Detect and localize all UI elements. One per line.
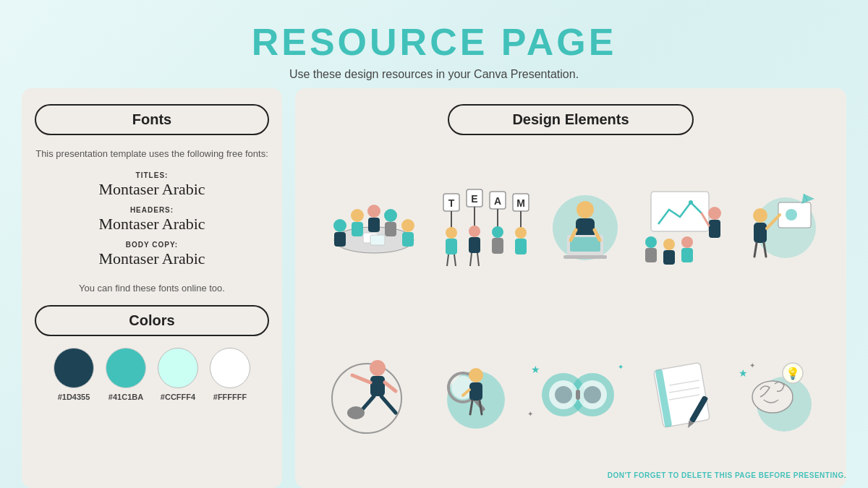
- svg-point-67: [370, 360, 386, 376]
- illustration-team: T E A M: [440, 188, 534, 267]
- svg-point-9: [401, 219, 414, 232]
- svg-point-101: [752, 381, 793, 413]
- illustration-telescope: ★ ✦ ✦: [524, 355, 632, 435]
- svg-text:✦: ✦: [618, 363, 624, 371]
- svg-rect-89: [576, 390, 580, 400]
- illustration-presentation: [637, 188, 731, 267]
- illustration-meeting: [320, 188, 428, 267]
- font-label-body: BODY COPY:: [35, 241, 269, 249]
- svg-point-52: [663, 239, 675, 250]
- font-label-headers: HEADERS:: [35, 206, 269, 214]
- svg-text:💡: 💡: [786, 367, 800, 380]
- illustration-pointer: [742, 188, 822, 267]
- illustrations-grid: T E A M: [312, 150, 829, 472]
- right-panel: Design Elements: [295, 88, 846, 488]
- font-label-titles: TITLES:: [35, 171, 269, 179]
- svg-point-54: [681, 236, 693, 248]
- footer-note: DON'T FORGET TO DELETE THIS PAGE BEFORE …: [608, 471, 846, 479]
- illustration-jumping: [327, 355, 421, 435]
- main-content: Fonts This presentation template uses th…: [0, 88, 868, 488]
- page-title: RESOURCE PAGE: [252, 20, 617, 64]
- illustration-notebook: [644, 355, 723, 435]
- svg-point-58: [786, 209, 797, 221]
- colors-header: Colors: [35, 305, 269, 336]
- color-hex-2: #41C1BA: [109, 393, 143, 401]
- svg-point-88: [584, 386, 601, 403]
- svg-line-34: [454, 254, 456, 266]
- svg-text:M: M: [516, 197, 525, 209]
- svg-rect-2: [334, 232, 346, 247]
- svg-point-7: [384, 209, 397, 222]
- swatch-white: #FFFFFF: [210, 348, 250, 401]
- svg-text:★: ★: [531, 364, 540, 375]
- svg-point-5: [367, 205, 380, 218]
- font-name-body: Montaser Arabic: [35, 249, 269, 268]
- svg-line-72: [381, 396, 396, 413]
- svg-rect-55: [681, 248, 693, 262]
- svg-line-69: [352, 375, 370, 382]
- svg-point-3: [351, 209, 364, 222]
- svg-point-27: [469, 226, 480, 237]
- illustrations-row-2: ★ ✦ ✦: [312, 317, 829, 472]
- page-subtitle: Use these design resources in your Canva…: [252, 68, 617, 81]
- svg-rect-60: [754, 223, 767, 243]
- svg-rect-4: [352, 222, 363, 236]
- svg-point-73: [347, 406, 365, 419]
- svg-point-78: [469, 368, 483, 382]
- svg-rect-10: [402, 232, 414, 247]
- color-hex-1: #1D4355: [58, 393, 90, 401]
- svg-text:T: T: [448, 197, 455, 209]
- svg-text:A: A: [494, 195, 501, 207]
- svg-point-38: [576, 201, 594, 218]
- illustration-magnify: [433, 355, 512, 435]
- fonts-header: Fonts: [35, 104, 269, 135]
- svg-rect-42: [563, 255, 607, 259]
- svg-line-70: [385, 382, 396, 391]
- font-name-titles: Montaser Arabic: [35, 180, 269, 199]
- swatch-light-teal: #CCFFF4: [158, 348, 198, 401]
- svg-text:★: ★: [739, 367, 748, 379]
- svg-text:✦: ✦: [527, 410, 533, 418]
- svg-point-46: [689, 200, 693, 205]
- page-header: RESOURCE PAGE Use these design resources…: [252, 0, 617, 81]
- svg-point-47: [708, 207, 721, 220]
- svg-point-86: [555, 386, 572, 403]
- fonts-intro: This presentation template uses the foll…: [35, 147, 269, 161]
- color-hex-4: #FFFFFF: [213, 393, 247, 401]
- svg-point-59: [753, 208, 767, 223]
- illustration-laptop: [545, 188, 625, 267]
- font-name-headers: Montaser Arabic: [35, 215, 269, 234]
- svg-rect-53: [663, 250, 675, 265]
- svg-line-62: [754, 243, 757, 257]
- svg-point-50: [645, 236, 657, 248]
- color-hex-3: #CCFFF4: [161, 393, 195, 401]
- color-circle-1: [54, 348, 94, 388]
- illustration-brain: 💡 ★ ✦: [735, 355, 814, 435]
- color-swatches: #1D4355 #41C1BA #CCFFF4 #FFFFFF: [35, 348, 269, 401]
- svg-rect-30: [492, 238, 503, 254]
- illustrations-row-1: T E A M: [312, 150, 829, 305]
- svg-point-66: [332, 364, 401, 433]
- svg-text:E: E: [471, 193, 477, 205]
- color-circle-2: [106, 348, 146, 388]
- svg-point-29: [492, 226, 503, 238]
- swatch-dark-teal: #1D4355: [54, 348, 94, 401]
- svg-rect-26: [446, 239, 457, 254]
- svg-rect-48: [709, 220, 720, 238]
- svg-rect-28: [469, 237, 480, 253]
- svg-rect-32: [515, 239, 527, 254]
- design-elements-header: Design Elements: [448, 104, 694, 135]
- svg-rect-68: [370, 376, 385, 396]
- color-circle-4: [210, 348, 250, 388]
- svg-rect-12: [370, 235, 385, 245]
- svg-line-35: [470, 253, 472, 266]
- svg-rect-8: [385, 222, 396, 236]
- svg-line-33: [447, 254, 448, 266]
- svg-rect-41: [570, 237, 600, 252]
- svg-rect-6: [368, 218, 380, 232]
- svg-point-1: [333, 219, 346, 232]
- svg-rect-79: [469, 382, 482, 401]
- swatch-teal: #41C1BA: [106, 348, 146, 401]
- svg-point-25: [446, 227, 457, 239]
- svg-text:✦: ✦: [749, 361, 755, 369]
